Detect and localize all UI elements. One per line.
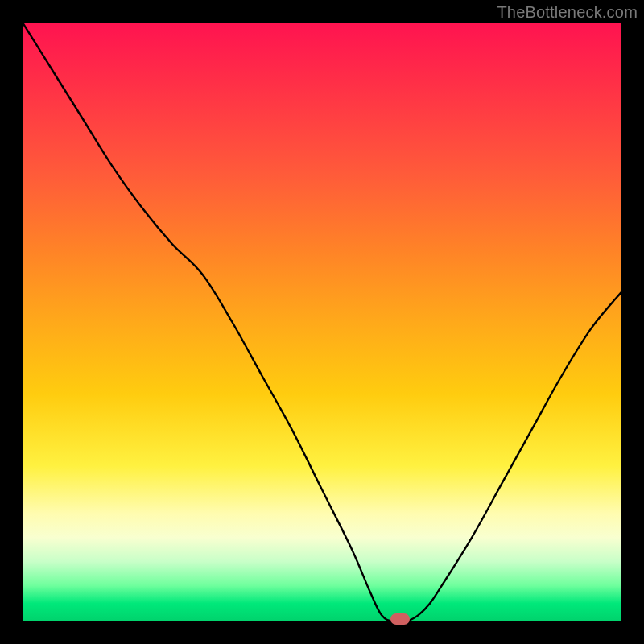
watermark-text: TheBottleneck.com [497,3,638,22]
bottleneck-curve [23,23,621,621]
curve-path [23,23,621,621]
chart-frame: TheBottleneck.com [0,0,644,644]
plot-area [23,23,621,621]
optimal-marker [390,613,410,625]
